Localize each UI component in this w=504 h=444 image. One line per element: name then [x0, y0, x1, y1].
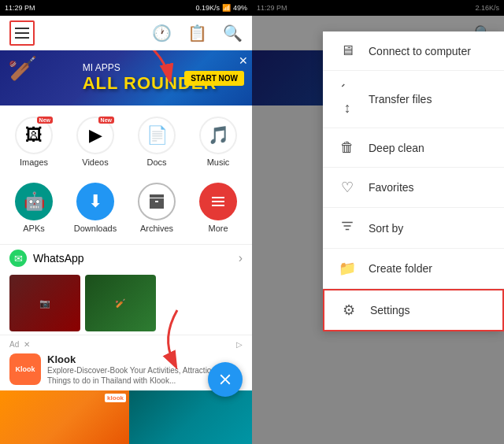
thumb-2: 🏏 [85, 275, 156, 331]
settings-label: Settings [370, 304, 410, 316]
cat-apks[interactable]: 🤖 APKs [3, 178, 65, 238]
banner-start-button[interactable]: START NOW [184, 71, 244, 86]
svg-line-0 [342, 84, 344, 87]
settings-icon: ⚙ [340, 302, 358, 319]
music-label: Music [207, 157, 230, 167]
create-folder-label: Create folder [369, 262, 432, 275]
hamburger-button[interactable] [9, 20, 35, 46]
network-speed-left: 0.19K/s [195, 4, 220, 12]
connect-icon: 🖥 [339, 43, 356, 59]
menu-item-create-folder[interactable]: 📁 Create folder [323, 249, 504, 289]
sort-by-icon [339, 219, 356, 237]
videos-icon: ▶ New [76, 117, 114, 154]
cat-more[interactable]: More [187, 178, 249, 238]
connect-label: Connect to computer [369, 45, 471, 57]
menu-item-connect[interactable]: 🖥 Connect to computer [323, 31, 504, 71]
banner: MI APPS ALL ROUNDER START NOW ✕ 🏏 [0, 50, 252, 105]
cat-music[interactable]: 🎵 Music [187, 112, 249, 172]
banner-close-button[interactable]: ✕ [239, 54, 248, 67]
left-panel: 11:29 PM 0.19K/s 📶 49% 🕐 📋 🔍 MI APPS ALL… [0, 0, 252, 444]
ad-sponsor-icon: ▷ [236, 340, 243, 349]
images-badge: New [37, 117, 53, 124]
cat-videos[interactable]: ▶ New Videos [65, 112, 126, 172]
bottom-images-row: klook [0, 390, 252, 444]
files-icon[interactable]: 📋 [187, 24, 207, 43]
deep-clean-label: Deep clean [369, 142, 424, 154]
ad-text: Ad [9, 340, 19, 349]
dropdown-menu: 🖥 Connect to computer ↕ Transfer files 🗑… [323, 31, 504, 331]
favorites-label: Favorites [369, 181, 414, 194]
menu-item-deep-clean[interactable]: 🗑 Deep clean [323, 128, 504, 168]
nav-icons: 🕐 📋 🔍 [152, 24, 243, 43]
images-label: Images [20, 157, 48, 167]
videos-label: Videos [82, 157, 108, 167]
archives-icon [138, 183, 176, 220]
music-icon: 🎵 [199, 117, 237, 154]
favorites-icon: ♡ [339, 179, 356, 196]
apks-label: APKs [23, 224, 45, 233]
apks-icon: 🤖 [15, 183, 53, 220]
signal-left: 📶 [222, 4, 231, 12]
ad-brand: Klook [47, 353, 243, 365]
more-label: More [208, 224, 228, 233]
search-icon[interactable]: 🔍 [223, 24, 243, 43]
top-nav-left: 🕐 📋 🔍 [0, 16, 252, 50]
history-icon[interactable]: 🕐 [152, 24, 172, 43]
thumb-1: 📷 [9, 275, 80, 331]
menu-item-favorites[interactable]: ♡ Favorites [323, 168, 504, 208]
hamburger-line-3 [15, 37, 29, 39]
whatsapp-section-header[interactable]: ✉ WhatsApp › [0, 244, 252, 272]
time-left: 11:29 PM [5, 4, 35, 12]
archives-label: Archives [140, 224, 173, 233]
bottom-img-ocean [129, 390, 252, 444]
menu-item-settings[interactable]: ⚙ Settings [323, 289, 504, 331]
bottom-img-klook: klook [0, 390, 129, 444]
content-thumbs-row: 📷 🏏 [0, 272, 252, 335]
right-panel: 11:29 PM 2.16K/s 🔍 RT NOW 🎵 Music More [252, 0, 504, 444]
docs-label: Docs [146, 157, 166, 167]
ad-label-row: Ad ✕ ▷ [9, 340, 243, 349]
videos-badge: New [98, 117, 114, 124]
hamburger-line-2 [15, 32, 29, 34]
more-icon [199, 183, 237, 220]
transfer-icon: ↕ [339, 82, 356, 117]
whatsapp-chevron-right: › [239, 251, 243, 265]
cat-downloads[interactable]: ⬇ Downloads [65, 178, 126, 238]
hamburger-line-1 [15, 28, 29, 29]
create-folder-icon: 📁 [339, 260, 356, 277]
images-icon: 🖼 New [15, 117, 53, 154]
ad-close[interactable]: ✕ [24, 340, 30, 349]
cat-archives[interactable]: Archives [126, 178, 187, 238]
category-grid-row1: 🖼 New Images ▶ New Videos 📄 Docs 🎵 Music [0, 105, 252, 178]
transfer-label: Transfer files [369, 93, 432, 105]
menu-item-transfer[interactable]: ↕ Transfer files [323, 71, 504, 128]
menu-item-sort-by[interactable]: Sort by [323, 208, 504, 249]
deep-clean-icon: 🗑 [339, 139, 356, 156]
docs-icon: 📄 [138, 117, 176, 154]
downloads-label: Downloads [74, 224, 117, 233]
whatsapp-title-row: ✉ WhatsApp [9, 250, 84, 267]
thumb-1-label: 📷 [39, 298, 50, 309]
fab-button[interactable] [208, 362, 243, 397]
klook-icon: Klook [9, 353, 41, 385]
cat-images[interactable]: 🖼 New Images [3, 112, 65, 172]
klook-watermark: klook [105, 394, 126, 402]
battery-left: 49% [233, 4, 247, 12]
sort-by-label: Sort by [369, 222, 403, 235]
thumb-2-label: 🏏 [115, 298, 126, 309]
category-grid-row2: 🤖 APKs ⬇ Downloads Archives More [0, 178, 252, 244]
banner-mi-text: MI APPS [83, 62, 120, 73]
cat-docs[interactable]: 📄 Docs [126, 112, 187, 172]
whatsapp-icon: ✉ [9, 250, 27, 267]
status-bar-left: 11:29 PM 0.19K/s 📶 49% [0, 0, 252, 16]
downloads-icon: ⬇ [76, 183, 114, 220]
whatsapp-title: WhatsApp [33, 252, 84, 265]
banner-decoration: 🏏 [8, 54, 37, 82]
